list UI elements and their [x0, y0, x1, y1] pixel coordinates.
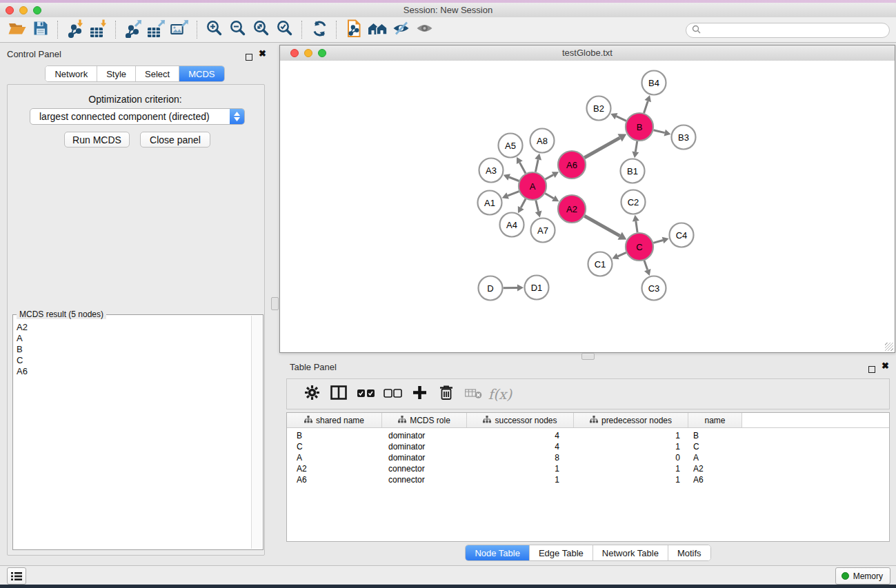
table-cell[interactable]: 0 [574, 453, 688, 463]
graph-node-B4[interactable]: B4 [642, 71, 666, 95]
result-item[interactable]: B [17, 344, 251, 355]
table-cell[interactable]: connector [382, 464, 467, 474]
graph-edge[interactable] [584, 216, 619, 236]
graph-edge[interactable] [616, 116, 626, 121]
graph-node-D[interactable]: D [479, 276, 503, 301]
home-button[interactable] [366, 19, 389, 41]
close-panel-button[interactable]: Close panel [140, 132, 210, 148]
graph-node-B2[interactable]: B2 [587, 97, 611, 121]
export-table-button[interactable] [145, 19, 168, 41]
table-cell[interactable]: connector [382, 475, 467, 485]
graph-node-A7[interactable]: A7 [531, 219, 555, 243]
graph-edge[interactable] [636, 221, 637, 232]
graph-edge[interactable] [545, 194, 553, 199]
optimization-criterion-dropdown[interactable]: largest connected component (directed) [30, 108, 245, 125]
graph-node-A3[interactable]: A3 [479, 159, 504, 183]
delete-column-button[interactable] [434, 383, 459, 406]
table-cell[interactable]: 4 [467, 431, 574, 440]
graph-node-C1[interactable]: C1 [588, 252, 613, 276]
control-panel-float-button[interactable] [246, 51, 252, 63]
graph-edge[interactable] [618, 252, 626, 256]
select-all-button[interactable] [353, 383, 378, 406]
graph-edge[interactable] [535, 159, 538, 172]
result-item[interactable]: C [17, 355, 251, 366]
table-row[interactable]: Bdominator41B [287, 430, 889, 441]
table-cell[interactable]: 1 [574, 475, 688, 485]
table-row[interactable]: A6connector11A6 [287, 474, 889, 485]
tab-style[interactable]: Style [97, 66, 135, 81]
run-mcds-button[interactable]: Run MCDS [64, 132, 130, 148]
task-history-button[interactable] [7, 567, 26, 585]
table-settings-button[interactable] [299, 383, 324, 406]
graph-edge[interactable] [508, 192, 519, 196]
result-item[interactable]: A6 [17, 366, 251, 377]
result-scrollbar[interactable] [251, 316, 262, 549]
table-panel-float-button[interactable] [868, 363, 875, 376]
horizontal-splitter-grip[interactable] [581, 353, 595, 360]
table-cell[interactable]: 1 [467, 475, 574, 485]
open-file-button[interactable] [6, 19, 29, 41]
tab-motifs[interactable]: Motifs [668, 545, 710, 560]
table-cell[interactable]: A6 [287, 475, 382, 485]
deselect-all-button[interactable] [380, 383, 405, 406]
graph-node-A8[interactable]: A8 [530, 129, 555, 153]
graph-node-A4[interactable]: A4 [500, 213, 524, 237]
duplicate-network-button[interactable] [342, 19, 366, 41]
table-cell[interactable]: dominator [382, 431, 467, 440]
graph-node-B1[interactable]: B1 [621, 159, 645, 183]
table-cell[interactable]: 1 [574, 464, 688, 474]
graph-node-A6[interactable]: A6 [558, 151, 586, 179]
tab-network-table[interactable]: Network Table [593, 545, 668, 560]
table-cell[interactable]: A [688, 453, 742, 463]
graph-edge[interactable] [584, 138, 619, 158]
zoom-in-button[interactable] [203, 19, 226, 41]
table-row[interactable]: Cdominator41C [287, 441, 889, 452]
graph-edge[interactable] [635, 141, 637, 152]
tab-mcds[interactable]: MCDS [179, 66, 223, 81]
zoom-out-button[interactable] [226, 19, 250, 41]
table-cell[interactable]: 1 [574, 442, 688, 452]
table-cell[interactable]: 1 [467, 464, 574, 474]
graph-node-C4[interactable]: C4 [670, 223, 694, 247]
table-cell[interactable]: B [688, 431, 742, 440]
graph-node-B[interactable]: B [626, 113, 653, 141]
table-cell[interactable]: 8 [467, 453, 574, 463]
tab-select[interactable]: Select [135, 66, 179, 81]
search-field[interactable] [686, 23, 890, 38]
memory-button[interactable]: Memory [835, 567, 890, 585]
table-row[interactable]: Adominator80A [287, 452, 889, 463]
graph-edge[interactable] [536, 200, 539, 211]
column-header-name[interactable]: name [688, 413, 742, 427]
graph-node-A2[interactable]: A2 [558, 195, 586, 223]
table-cell[interactable]: C [688, 442, 742, 452]
graph-node-C3[interactable]: C3 [642, 276, 666, 301]
table-cell[interactable]: A [287, 453, 382, 463]
graph-edge[interactable] [644, 261, 648, 270]
network-canvas[interactable]: B4B2BB3A5A8A6B1A3AC2A1A2A4A7C4CC1C3DD1 [280, 61, 895, 352]
import-table-button[interactable] [87, 19, 110, 41]
export-network-button[interactable] [121, 19, 145, 41]
zoom-fit-button[interactable] [250, 19, 273, 41]
table-cell[interactable]: 1 [574, 431, 688, 440]
table-panel-close-button[interactable]: ✖ [882, 363, 889, 369]
graph-node-C2[interactable]: C2 [621, 190, 646, 214]
table-cell[interactable]: A6 [688, 475, 742, 485]
network-resize-grip[interactable] [885, 343, 893, 351]
tab-network[interactable]: Network [46, 66, 97, 81]
tab-node-table[interactable]: Node Table [466, 545, 529, 560]
column-header-predecessor-nodes[interactable]: predecessor nodes [574, 413, 688, 427]
table-cell[interactable]: dominator [382, 442, 467, 452]
table-cell[interactable]: C [287, 442, 382, 452]
refresh-button[interactable] [308, 19, 331, 41]
graph-node-B3[interactable]: B3 [672, 125, 696, 150]
result-item[interactable]: A [17, 333, 251, 344]
graph-edge[interactable] [519, 163, 526, 174]
graph-node-A5[interactable]: A5 [499, 134, 523, 158]
control-panel-close-button[interactable]: ✖ [259, 50, 266, 57]
add-column-button[interactable] [407, 383, 432, 406]
export-image-button[interactable] [168, 19, 192, 41]
result-item[interactable]: A2 [17, 322, 251, 333]
graph-edge[interactable] [653, 241, 663, 243]
hide-selected-button[interactable] [389, 19, 412, 41]
column-header-successor-nodes[interactable]: successor nodes [467, 413, 574, 427]
